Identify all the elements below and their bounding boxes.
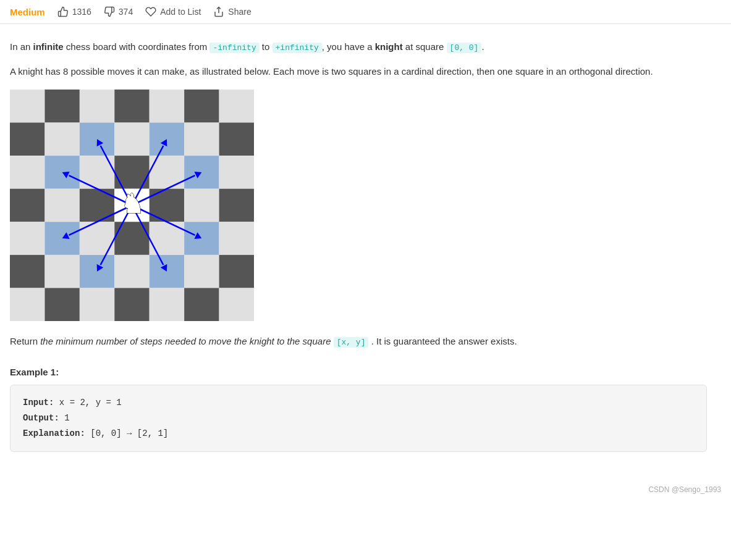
- share-button[interactable]: Share: [213, 6, 251, 17]
- add-to-list-button[interactable]: Add to List: [145, 6, 201, 17]
- return-description: Return the minimum number of steps neede…: [10, 333, 707, 349]
- chess-board-container: [10, 90, 707, 321]
- add-to-list-icon: [145, 6, 156, 17]
- return-square-code: [x, y]: [334, 337, 369, 348]
- share-label: Share: [228, 7, 251, 17]
- example1-explanation-line: Explanation: [0, 0] → [2, 1]: [23, 426, 694, 441]
- dislikes-count: 374: [119, 7, 133, 17]
- moves-description: A knight has 8 possible moves it can mak…: [10, 64, 707, 80]
- input-label: Input:: [23, 398, 54, 407]
- thumbs-down-icon: [104, 6, 115, 17]
- start-square-code: [0, 0]: [447, 43, 482, 53]
- likes-stat: 1316: [57, 6, 91, 17]
- explanation-label: Explanation:: [23, 428, 85, 438]
- footer-watermark: CSDN @Sengo_1993: [0, 479, 731, 500]
- share-icon: [213, 6, 224, 17]
- main-content: In an infinite chess board with coordina…: [0, 24, 717, 467]
- output-label: Output:: [23, 413, 59, 423]
- example1-code-block: Input: x = 2, y = 1 Output: 1 Explanatio…: [10, 385, 707, 453]
- top-bar: Medium 1316 374 Add to List Share: [0, 0, 731, 24]
- difficulty-badge: Medium: [10, 7, 45, 17]
- example1-title: Example 1:: [10, 367, 707, 377]
- dislikes-stat: 374: [104, 6, 133, 17]
- add-to-list-label: Add to List: [160, 7, 201, 17]
- input-value: x = 2, y = 1: [59, 398, 122, 407]
- likes-count: 1316: [72, 7, 91, 17]
- knight-word: knight: [375, 41, 403, 52]
- pos-infinity-code: +infinity: [273, 43, 322, 53]
- infinite-word: infinite: [33, 41, 64, 52]
- thumbs-up-icon: [57, 6, 69, 17]
- example1-input-line: Input: x = 2, y = 1: [23, 395, 694, 411]
- chess-board-canvas: [10, 90, 254, 321]
- example1-output-line: Output: 1: [23, 411, 694, 426]
- neg-infinity-code: -infinity: [209, 43, 259, 53]
- return-italic-text: the minimum number of steps needed to mo…: [40, 336, 331, 346]
- problem-intro: In an infinite chess board with coordina…: [10, 39, 707, 55]
